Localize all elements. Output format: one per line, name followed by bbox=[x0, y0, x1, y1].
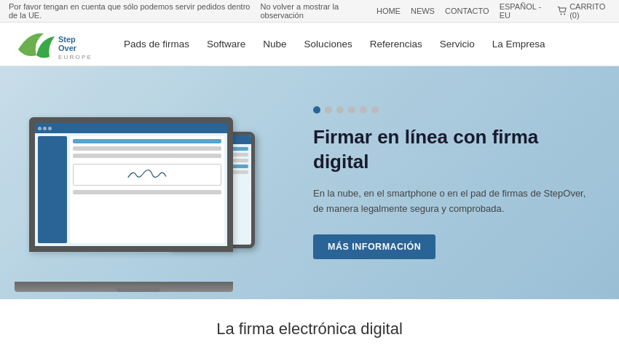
screen-row-4 bbox=[73, 190, 221, 194]
cart-button[interactable]: CARRITO (0) bbox=[557, 2, 610, 20]
logo-image: Step Over E U R O P E bbox=[15, 28, 95, 61]
cart-label[interactable]: CARRITO (0) bbox=[569, 2, 610, 20]
home-link[interactable]: HOME bbox=[376, 7, 401, 15]
bottom-title: La firma electrónica digital bbox=[15, 320, 604, 339]
svg-point-0 bbox=[560, 13, 561, 15]
slide-dots bbox=[313, 106, 597, 114]
slide-dot-4[interactable] bbox=[348, 106, 355, 114]
screen-dot-1 bbox=[38, 127, 42, 130]
signature-area bbox=[73, 164, 221, 186]
nav-item-pads-firmas[interactable]: Pads de firmas bbox=[124, 36, 189, 52]
screen-body bbox=[35, 133, 227, 246]
svg-text:Step: Step bbox=[58, 35, 76, 44]
laptop-mockup bbox=[15, 117, 262, 292]
slide-dot-6[interactable] bbox=[371, 106, 379, 114]
main-nav: Pads de firmas Software Nube Soluciones … bbox=[124, 36, 604, 52]
screen-top-bar bbox=[35, 123, 227, 133]
news-link[interactable]: NEWS bbox=[411, 7, 435, 15]
hero-section: Firmar en línea con firma digital En la … bbox=[0, 66, 619, 299]
svg-text:Over: Over bbox=[58, 44, 77, 52]
screen-dot-2 bbox=[43, 127, 47, 130]
slide-dot-2[interactable] bbox=[325, 106, 332, 114]
nav-item-la-empresa[interactable]: La Empresa bbox=[492, 36, 545, 52]
language-link[interactable]: ESPAÑOL - EU bbox=[500, 2, 547, 20]
screen-sidebar bbox=[38, 136, 67, 243]
laptop-foot bbox=[117, 288, 160, 292]
screen-row-2 bbox=[73, 146, 221, 151]
screen-dot-3 bbox=[48, 127, 52, 130]
nav-item-software[interactable]: Software bbox=[207, 36, 245, 52]
hero-image-area bbox=[0, 66, 306, 299]
header: Step Over E U R O P E Pads de firmas Sof… bbox=[0, 23, 619, 66]
screen-row-1 bbox=[73, 139, 221, 143]
bottom-section: La firma electrónica digital bbox=[0, 299, 619, 339]
hero-text-area: Firmar en línea con firma digital En la … bbox=[306, 92, 619, 273]
laptop-screen-content bbox=[35, 123, 227, 246]
screen-main bbox=[70, 136, 224, 243]
svg-point-1 bbox=[564, 13, 565, 15]
cta-button[interactable]: MÁS INFORMACIÓN bbox=[313, 234, 435, 259]
contacto-link[interactable]: CONTACTO bbox=[445, 7, 489, 15]
slide-dot-3[interactable] bbox=[336, 106, 344, 114]
signature-graphic bbox=[88, 167, 206, 183]
obs-link[interactable]: No volver a mostrar la observación bbox=[260, 2, 366, 20]
cart-icon bbox=[557, 6, 567, 16]
screen-row-3 bbox=[73, 154, 221, 158]
announcement-bar: Por favor tengan en cuenta que sólo pode… bbox=[0, 0, 619, 23]
announcement-text: Por favor tengan en cuenta que sólo pode… bbox=[9, 2, 260, 20]
slide-dot-5[interactable] bbox=[360, 106, 367, 114]
hero-title: Firmar en línea con firma digital bbox=[313, 125, 597, 175]
logo-link[interactable]: Step Over E U R O P E bbox=[15, 28, 95, 61]
nav-item-referencias[interactable]: Referencias bbox=[370, 36, 422, 52]
svg-text:E U R O P E: E U R O P E bbox=[58, 54, 91, 60]
laptop-screen bbox=[29, 117, 233, 252]
slide-dot-1[interactable] bbox=[313, 106, 320, 114]
hero-description: En la nube, en el smartphone o en el pad… bbox=[313, 186, 597, 217]
announcement-right-links: No volver a mostrar la observación HOME … bbox=[260, 2, 610, 20]
nav-item-nube[interactable]: Nube bbox=[263, 36, 286, 52]
nav-item-servicio[interactable]: Servicio bbox=[440, 36, 475, 52]
nav-item-soluciones[interactable]: Soluciones bbox=[304, 36, 352, 52]
